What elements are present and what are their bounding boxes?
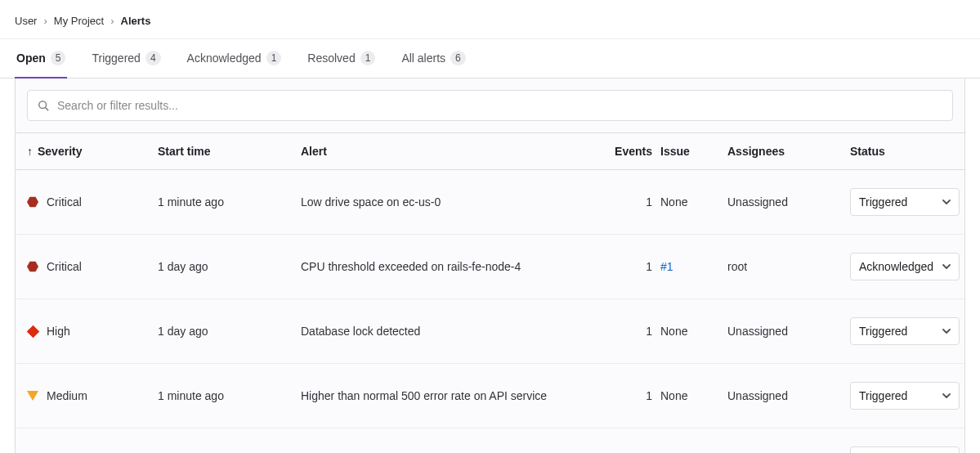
- svg-point-0: [39, 101, 47, 109]
- search-container: [27, 90, 953, 121]
- table-row: High1 day agoDatabase lock detected1None…: [16, 299, 964, 364]
- breadcrumb-item-project[interactable]: My Project: [54, 15, 104, 27]
- alerts-panel: ↑ Severity Start time Alert Events Issue…: [15, 78, 965, 453]
- status-select[interactable]: Triggered: [850, 446, 960, 453]
- tab-label: Acknowledged: [187, 52, 262, 65]
- chevron-down-icon: [942, 195, 951, 209]
- tab-resolved[interactable]: Resolved1: [306, 39, 377, 78]
- start-time-cell: 1 minute ago: [158, 389, 301, 402]
- assignees-cell: root: [727, 260, 850, 273]
- tabs: Open5Triggered4Acknowledged1Resolved1All…: [0, 39, 980, 78]
- search-icon: [38, 100, 49, 111]
- status-cell: Acknowledged: [850, 253, 973, 280]
- breadcrumb-item-user[interactable]: User: [15, 15, 37, 27]
- status-cell: Triggered: [850, 317, 973, 345]
- breadcrumb-item-current: Alerts: [121, 15, 151, 27]
- table-row: Critical1 minute agoLow drive space on e…: [16, 170, 964, 235]
- events-count: 1: [595, 325, 660, 338]
- events-count: 1: [595, 195, 660, 209]
- column-severity[interactable]: ↑ Severity: [27, 145, 158, 158]
- tab-count-badge: 6: [450, 51, 466, 65]
- hexagon-icon: [27, 261, 38, 272]
- column-severity-label: Severity: [38, 145, 82, 158]
- severity-label: Critical: [47, 260, 82, 273]
- hexagon-icon: [27, 196, 38, 208]
- severity-cell: Medium: [27, 389, 158, 402]
- issue-cell: None: [660, 389, 727, 402]
- column-events[interactable]: Events: [595, 145, 660, 158]
- issue-cell: None: [660, 195, 727, 209]
- tab-acknowledged[interactable]: Acknowledged1: [186, 39, 284, 78]
- status-select[interactable]: Triggered: [850, 188, 960, 216]
- start-time-cell: 1 minute ago: [158, 195, 301, 209]
- status-cell: Triggered: [850, 188, 973, 216]
- tab-count-badge: 1: [266, 51, 282, 65]
- sort-ascending-icon: ↑: [27, 145, 33, 158]
- alert-title[interactable]: CPU threshold exceeded on rails-fe-node-…: [301, 260, 595, 273]
- table-header: ↑ Severity Start time Alert Events Issue…: [16, 132, 964, 170]
- column-assignees[interactable]: Assignees: [727, 145, 850, 158]
- events-count: 1: [595, 260, 660, 273]
- tab-label: Open: [16, 52, 46, 65]
- status-value: Triggered: [859, 389, 907, 402]
- tab-label: Resolved: [307, 52, 355, 65]
- status-value: Triggered: [859, 195, 907, 209]
- chevron-down-icon: [942, 389, 951, 402]
- issue-cell[interactable]: #1: [660, 260, 727, 273]
- column-alert[interactable]: Alert: [301, 145, 595, 158]
- tab-count-badge: 4: [145, 51, 161, 65]
- alert-title[interactable]: Database lock detected: [301, 325, 595, 338]
- tab-open[interactable]: Open5: [15, 39, 67, 78]
- chevron-right-icon: ›: [110, 15, 114, 27]
- status-value: Acknowledged: [859, 260, 933, 273]
- severity-label: Medium: [47, 389, 87, 402]
- assignees-cell: Unassigned: [727, 389, 850, 402]
- table-row: Medium1 minute agoHigher than normal 500…: [16, 364, 964, 428]
- breadcrumb: User › My Project › Alerts: [0, 0, 980, 39]
- tab-all-alerts[interactable]: All alerts6: [400, 39, 467, 78]
- svg-line-1: [46, 108, 49, 111]
- column-start-time[interactable]: Start time: [158, 145, 301, 158]
- issue-cell: None: [660, 325, 727, 338]
- triangle-icon: [27, 390, 38, 401]
- chevron-down-icon: [942, 325, 951, 338]
- severity-cell: Critical: [27, 260, 158, 273]
- status-value: Triggered: [859, 325, 907, 338]
- events-count: 1: [595, 389, 660, 402]
- tab-label: Triggered: [92, 52, 140, 65]
- chevron-right-icon: ›: [43, 15, 47, 27]
- diamond-icon: [27, 325, 38, 337]
- table-row: Low1 day agoResponse rate below average1…: [16, 428, 964, 453]
- tab-count-badge: 5: [51, 51, 66, 65]
- column-issue[interactable]: Issue: [660, 145, 727, 158]
- chevron-down-icon: [942, 260, 951, 273]
- start-time-cell: 1 day ago: [158, 260, 301, 273]
- assignees-cell: Unassigned: [727, 325, 850, 338]
- status-select[interactable]: Acknowledged: [850, 253, 960, 280]
- severity-cell: High: [27, 325, 158, 338]
- severity-cell: Critical: [27, 195, 158, 209]
- search-input[interactable]: [28, 91, 952, 120]
- column-status[interactable]: Status: [850, 145, 973, 158]
- status-select[interactable]: Triggered: [850, 317, 960, 345]
- tab-count-badge: 1: [360, 51, 376, 65]
- status-select[interactable]: Triggered: [850, 382, 960, 410]
- table-row: Critical1 day agoCPU threshold exceeded …: [16, 235, 964, 299]
- severity-label: High: [47, 325, 70, 338]
- alert-title[interactable]: Higher than normal 500 error rate on API…: [301, 389, 595, 402]
- assignees-cell: Unassigned: [727, 195, 850, 209]
- severity-label: Critical: [47, 195, 82, 209]
- alert-title[interactable]: Low drive space on ec-us-0: [301, 195, 595, 209]
- tab-label: All alerts: [401, 52, 445, 65]
- start-time-cell: 1 day ago: [158, 325, 301, 338]
- status-cell: Triggered: [850, 382, 973, 410]
- tab-triggered[interactable]: Triggered4: [90, 39, 162, 78]
- status-cell: Triggered: [850, 446, 973, 453]
